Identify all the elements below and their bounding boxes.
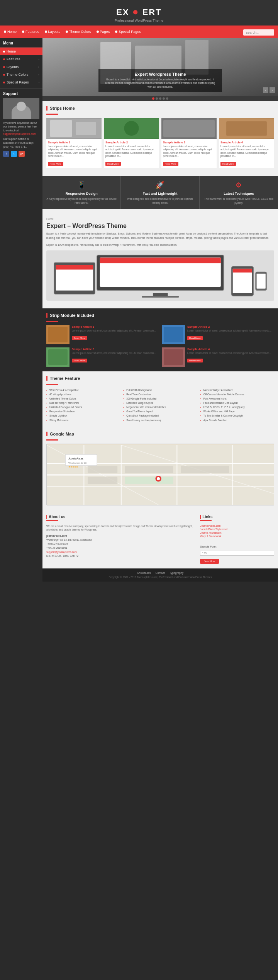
support-text: If you have a question about our themes,… — [3, 121, 39, 136]
footer-link-typography[interactable]: Typography — [170, 572, 184, 574]
sample-form-input[interactable] — [200, 551, 274, 556]
sidebar-special-dot — [3, 82, 5, 83]
feature-item: 40 Widget positions — [46, 392, 120, 396]
feature-item: Real Time Customizer — [123, 392, 197, 396]
googleplus-icon[interactable]: g+ — [19, 151, 25, 157]
strip-module-title-3: Sample Article 3 — [72, 347, 159, 351]
about-text: We are a small creative company, special… — [46, 524, 194, 532]
nav-layouts-icon — [45, 31, 47, 33]
strip-module-img-3 — [46, 347, 70, 367]
nav-features[interactable]: Features — [22, 30, 39, 34]
main-layout: Menu Home Features › Layouts › — [0, 38, 278, 582]
link-3[interactable]: Joomla Framework — [200, 531, 274, 534]
svg-text:★★★★★: ★★★★★ — [68, 465, 78, 468]
nav-special-label: Special Pages — [119, 30, 141, 34]
strip-module-btn-3[interactable]: Read More — [72, 359, 87, 362]
sidebar-home-dot — [3, 51, 5, 53]
svg-rect-24 — [56, 265, 93, 270]
strip-module-card-1: Sample Article 1 Lorem ipsum dolor sit a… — [46, 325, 159, 344]
strip-module-text-1: Lorem ipsum dolor sit amet, consectetur … — [72, 329, 159, 332]
strip-module-btn-2[interactable]: Read More — [187, 336, 203, 340]
about-bar — [46, 520, 58, 521]
strip-card-3-read-more[interactable]: Read More — [163, 162, 178, 166]
strip-card-2-image — [104, 118, 159, 139]
nav-theme-colors[interactable]: Theme Colors — [66, 30, 91, 34]
google-map-section: Google Map — [42, 427, 278, 510]
company-hours: Mo-Fr: 10:00 - 18:00 GMT+2 — [46, 555, 78, 557]
strip-module-body-2: Sample Article 2 Lorem ipsum dolor sit a… — [187, 325, 274, 340]
theme-desc-section: Home Expert – WordPress Theme Expert is … — [42, 213, 278, 308]
search-input[interactable] — [243, 29, 274, 36]
hero-prev-button[interactable]: ‹ — [263, 87, 268, 93]
sidebar-features-dot — [3, 58, 5, 60]
logo-ert: ERT — [142, 7, 162, 17]
strip-card-1-read-more[interactable]: Read More — [48, 162, 63, 166]
slider-dots — [42, 96, 278, 101]
nav-special[interactable]: Special Pages — [115, 30, 141, 34]
strip-module-card-2: Sample Article 2 Lorem ipsum dolor sit a… — [162, 325, 274, 344]
feature-item: 300 Google Fonts included — [123, 396, 197, 401]
sidebar-item-theme-colors[interactable]: Theme Colors › — [0, 71, 42, 78]
nav-home[interactable]: Home — [4, 30, 17, 34]
site-footer: Showcases Contact Typography Copyright ©… — [42, 568, 278, 582]
strip-module-card-4: Sample Article 4 Lorem ipsum dolor sit a… — [162, 347, 274, 367]
slider-dot-3[interactable] — [159, 97, 161, 100]
slider-dot-2[interactable] — [156, 97, 158, 100]
link-1[interactable]: JoomlaPlates.com — [200, 524, 274, 527]
strip-card-2-read-more[interactable]: Read More — [105, 162, 121, 166]
strip-module-btn-1[interactable]: Read More — [72, 336, 87, 340]
responsive-icon: 📱 — [46, 181, 117, 189]
strip-card-2-body: Sample Article 2 Lorem ipsum dolor sit a… — [104, 139, 159, 168]
footer-link-contact[interactable]: Contact — [156, 572, 165, 574]
hero-next-button[interactable]: › — [270, 87, 275, 93]
strips-home-section: Strips Home Sample Article 1 Lorem ipsum… — [42, 101, 278, 172]
breadcrumb-home[interactable]: Home — [46, 218, 54, 220]
sidebar-item-features[interactable]: Features › — [0, 55, 42, 63]
strip-card-1-text: Lorem ipsum dolor sit amet, consectetur … — [48, 145, 100, 158]
svg-rect-9 — [50, 120, 72, 137]
nav-features-icon — [22, 31, 24, 33]
svg-rect-19 — [100, 257, 220, 263]
company-phone1: +49 6027 878 5825 — [46, 543, 68, 545]
twitter-icon[interactable]: t — [11, 151, 17, 157]
map-container[interactable]: JoomlaPates Wurzburger Str 13 ★★★★★ — [46, 444, 274, 505]
strip-module-btn-4[interactable]: Read More — [187, 359, 203, 362]
nav-layouts[interactable]: Layouts — [45, 30, 61, 34]
company-email[interactable]: support@joomlaplates.com — [46, 551, 77, 553]
sidebar-colors-arrow: › — [38, 73, 39, 77]
hero-image: Expert Wordpress Theme Expert is a beaut… — [42, 38, 278, 96]
link-4[interactable]: Warp 7 Framework — [200, 535, 274, 538]
svg-rect-20 — [153, 293, 168, 296]
footer-links: Showcases Contact Typography — [46, 572, 274, 574]
svg-rect-31 — [48, 327, 68, 342]
device-mockup — [46, 250, 274, 301]
feature-box-latest: ⚙ Latest Techniques The framework is com… — [200, 176, 278, 209]
strip-card-4-body: Sample Article 4 Lorem ipsum dolor sit a… — [219, 139, 274, 168]
link-2[interactable]: JoomlaPlates’Stylesheet — [200, 528, 274, 531]
slider-dot-5[interactable] — [166, 97, 168, 100]
slider-dot-1[interactable] — [152, 97, 154, 100]
strip-card-3: Sample Article 3 Lorem ipsum dolor sit a… — [161, 118, 217, 168]
strip-module-text-4: Lorem ipsum dolor sit amet, consectetur … — [187, 352, 274, 355]
sample-form: Sample Form: Join Now — [200, 545, 274, 564]
feature-box-latest-text: The framework is completely built with H… — [203, 197, 275, 205]
footer-link-showcases[interactable]: Showcases — [137, 572, 151, 574]
sidebar-item-home[interactable]: Home — [0, 48, 42, 55]
theme-feature-section: Theme Feature WordPress 4.x compatible 4… — [42, 371, 278, 427]
slider-dot-4[interactable] — [163, 97, 165, 100]
breadcrumb: Home — [46, 218, 274, 220]
join-now-button[interactable]: Join Now — [200, 559, 219, 564]
strip-card-4-read-more[interactable]: Read More — [220, 162, 236, 166]
sidebar-menu-title: Menu — [0, 38, 42, 48]
nav-pages[interactable]: Pages — [97, 30, 110, 34]
about-left: About us We are a small creative company… — [46, 515, 194, 564]
sidebar-item-layouts[interactable]: Layouts › — [0, 63, 42, 71]
strip-card-3-title: Sample Article 3 — [163, 141, 215, 144]
support-email[interactable]: support@joomlaplates.com — [3, 133, 36, 135]
strips-grid: Sample Article 1 Lorem ipsum dolor sit a… — [46, 118, 274, 168]
sidebar-item-special[interactable]: Special Pages › — [0, 78, 42, 86]
feature-item: Extended Widget Styles — [123, 401, 197, 405]
svg-rect-14 — [163, 120, 215, 137]
support-hotline: Our support hotline is available 24 Hour… — [3, 137, 39, 148]
facebook-icon[interactable]: f — [3, 151, 9, 157]
